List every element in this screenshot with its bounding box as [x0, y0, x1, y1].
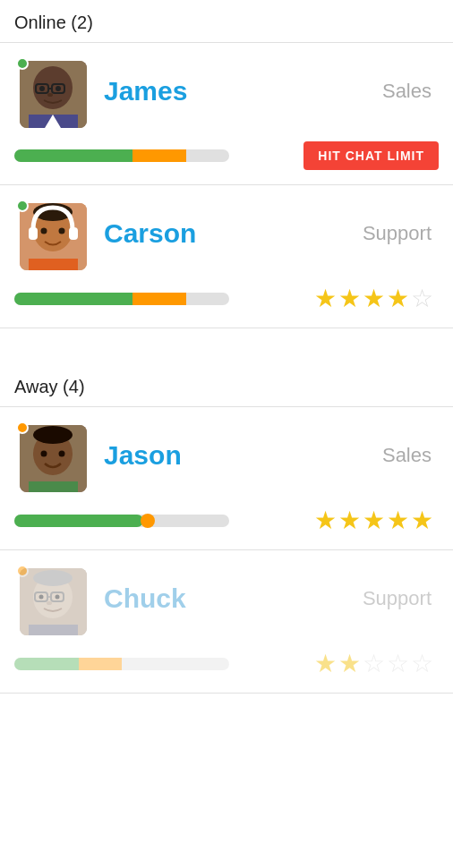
hit-chat-limit-badge-james: HIT CHAT LIMIT: [303, 141, 439, 170]
progress-bar-carson: [14, 293, 229, 305]
status-dot-chuck: [16, 565, 29, 577]
avatar-chuck: [14, 563, 86, 634]
svg-point-31: [47, 601, 52, 605]
agent-name-james: James: [104, 76, 382, 106]
svg-point-16: [59, 228, 65, 234]
svg-point-6: [56, 86, 61, 91]
svg-point-30: [56, 595, 60, 600]
stars-chuck: ★★☆☆☆: [314, 649, 439, 678]
agent-card-chuck[interactable]: Chuck Support ★★☆☆☆: [0, 550, 453, 694]
status-dot-jason: [16, 421, 29, 434]
section-online: Online (2): [0, 0, 453, 328]
agent-dept-chuck: Support: [363, 587, 439, 610]
avatar-carson: [14, 198, 86, 269]
section-away-header: Away (4): [0, 364, 453, 407]
progress-bar-chuck: [14, 658, 229, 670]
section-online-header: Online (2): [0, 0, 453, 43]
agent-dept-carson: Support: [363, 222, 439, 245]
agent-card-carson[interactable]: Carson Support ★★★★☆: [0, 185, 453, 328]
agent-card-jason[interactable]: Jason Sales ★★★★★: [0, 407, 453, 550]
agent-name-chuck: Chuck: [104, 583, 363, 614]
svg-point-22: [59, 451, 65, 457]
svg-rect-17: [29, 259, 78, 270]
svg-point-32: [33, 570, 73, 586]
agent-name-carson: Carson: [104, 218, 363, 249]
agent-name-jason: Jason: [104, 440, 382, 471]
status-dot-james: [16, 57, 29, 70]
svg-point-7: [47, 93, 53, 97]
agent-dept-james: Sales: [382, 80, 439, 103]
svg-rect-14: [69, 227, 78, 240]
agent-card-james[interactable]: James Sales HIT CHAT LIMIT: [0, 43, 453, 185]
svg-point-15: [41, 228, 47, 234]
svg-rect-33: [29, 625, 78, 635]
stars-carson: ★★★★☆: [314, 284, 439, 313]
progress-bar-jason: [14, 515, 229, 527]
svg-rect-23: [29, 481, 78, 492]
svg-point-5: [39, 86, 45, 91]
status-dot-carson: [16, 200, 29, 212]
progress-bar-james: [14, 149, 229, 162]
stars-jason: ★★★★★: [314, 506, 439, 535]
svg-point-29: [39, 595, 44, 600]
avatar-jason: [14, 420, 86, 491]
svg-point-21: [41, 451, 47, 457]
spacer: [0, 328, 453, 364]
section-away: Away (4): [0, 364, 453, 694]
avatar-james: [14, 55, 86, 127]
svg-point-20: [33, 426, 73, 444]
svg-rect-13: [29, 227, 38, 240]
agent-dept-jason: Sales: [382, 444, 439, 467]
